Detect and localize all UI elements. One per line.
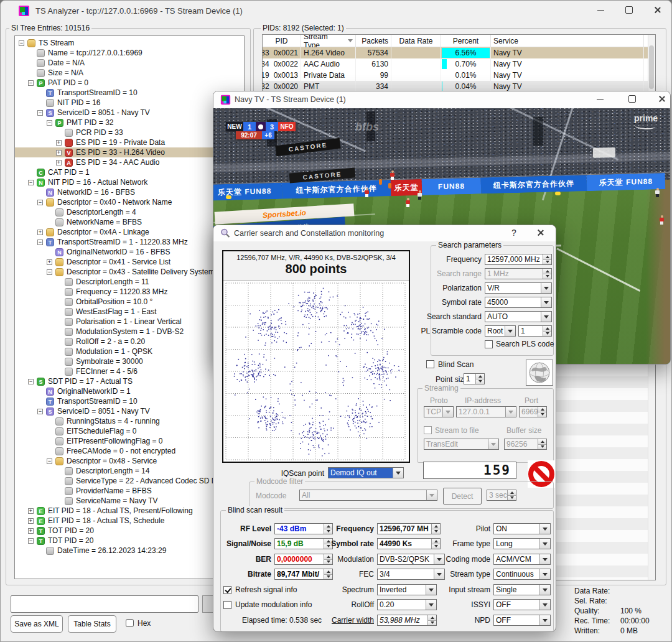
tree-item[interactable]: Name = tcp://127.0.0.1:6969 bbox=[15, 48, 244, 58]
satellite-globe-button[interactable] bbox=[526, 360, 553, 386]
port-spinner[interactable]: 6969 bbox=[519, 406, 547, 417]
scrollbar-thumb[interactable] bbox=[649, 45, 654, 89]
tree-item[interactable]: NOriginalNetworkID = 1 bbox=[15, 386, 244, 396]
tree-item[interactable]: ServiceName = Navy TV bbox=[15, 496, 244, 506]
tree-item[interactable]: −Descriptor = 0x40 - Network Name bbox=[15, 197, 244, 207]
search-standard-combo[interactable]: AUTO bbox=[485, 311, 552, 322]
tree-item[interactable]: +ES PID = 19 - Private Data bbox=[15, 137, 244, 147]
ip-address-combo[interactable]: 127.0.0.1 bbox=[456, 406, 516, 417]
symbol-rate-combo[interactable]: 45000 bbox=[485, 297, 552, 308]
tree-item[interactable]: +EEIT PID = 18 - Actual TS, Schedule bbox=[15, 516, 244, 526]
npd-combo[interactable]: OFF bbox=[493, 615, 551, 626]
save-as-xml-button[interactable]: Save as XML bbox=[11, 615, 63, 633]
tree-item[interactable]: PCR PID = 33 bbox=[15, 128, 244, 137]
hidden-button-sliver[interactable] bbox=[202, 595, 213, 613]
detect-interval-spinner[interactable]: 3 sec bbox=[487, 490, 516, 501]
search-pls-checkbox[interactable] bbox=[485, 340, 493, 348]
tree-item[interactable]: +Descriptor = 0x41 - Service List bbox=[15, 257, 244, 267]
tree-item[interactable]: ProviderName = BFBS bbox=[15, 486, 244, 496]
tree-expander-icon[interactable]: − bbox=[28, 180, 34, 185]
dropdown-arrow-icon[interactable] bbox=[539, 600, 550, 610]
tree-item[interactable]: −TS Stream bbox=[15, 38, 244, 48]
column-header-service[interactable]: Service bbox=[491, 35, 644, 47]
tree-expander-icon[interactable]: − bbox=[47, 458, 52, 464]
dropdown-arrow-icon[interactable] bbox=[539, 569, 550, 579]
tree-item[interactable]: DateTime = 26.12.2023 14:23:29 bbox=[15, 546, 244, 556]
tree-item[interactable]: FECInner = 4 - 5/6 bbox=[15, 366, 244, 376]
tree-expander-icon[interactable]: + bbox=[28, 518, 34, 524]
buffer-size-spinner[interactable]: 96256 bbox=[504, 439, 547, 450]
filter-input[interactable] bbox=[11, 595, 198, 613]
dropdown-arrow-icon[interactable] bbox=[539, 554, 550, 564]
tree-expander-icon[interactable]: + bbox=[37, 230, 43, 235]
dialog-close-button[interactable] bbox=[530, 225, 552, 241]
tree-item[interactable]: Symbolrate = 30000 bbox=[15, 356, 244, 366]
video-minimize-button[interactable] bbox=[587, 91, 613, 108]
tree-expander-icon[interactable]: + bbox=[47, 259, 52, 265]
proto-combo[interactable]: TCP bbox=[424, 406, 454, 417]
tree-item[interactable]: CCAT PID = 1 bbox=[15, 167, 244, 177]
maximize-button[interactable] bbox=[616, 1, 642, 19]
dropdown-arrow-icon[interactable] bbox=[539, 539, 550, 549]
table-row[interactable]: 340x0022AAC Audio61300.70%Navy TV bbox=[263, 58, 649, 70]
detect-button[interactable]: Detect bbox=[443, 488, 482, 505]
update-modulation-checkbox[interactable] bbox=[223, 601, 231, 609]
tree-item[interactable]: −PPAT PID = 0 bbox=[15, 78, 244, 88]
tree-expander-icon[interactable]: + bbox=[28, 528, 34, 534]
pilot-combo[interactable]: ON bbox=[493, 523, 551, 534]
pl-scramble-code-index-spinner[interactable]: 1 bbox=[518, 325, 552, 337]
point-size-spinner[interactable]: 1 bbox=[464, 373, 485, 384]
dropdown-arrow-icon[interactable] bbox=[505, 326, 515, 336]
tree-expander-icon[interactable]: + bbox=[56, 150, 62, 156]
dropdown-arrow-icon[interactable] bbox=[541, 283, 551, 293]
tree-item[interactable]: −Descriptor = 0x48 - Service bbox=[15, 456, 244, 466]
tree-item[interactable]: +AES PID = 34 - AAC Audio bbox=[15, 157, 244, 167]
stream-to-file-checkbox[interactable] bbox=[424, 426, 432, 434]
table-row[interactable]: 330x0021H.264 Video575346.56%Navy TV bbox=[263, 47, 649, 58]
tree-expander-icon[interactable]: − bbox=[47, 120, 52, 126]
si-tree-list[interactable]: −TS StreamName = tcp://127.0.0.1:6969Dat… bbox=[14, 35, 245, 579]
tree-item[interactable]: −SSDT PID = 17 - Actual TS bbox=[15, 376, 244, 386]
tree-expander-icon[interactable]: − bbox=[37, 200, 43, 205]
spinner-arrows-icon[interactable] bbox=[475, 374, 484, 384]
rolloff-combo[interactable]: 0.20 bbox=[377, 599, 437, 610]
column-header-stream-type[interactable]: Stream Type bbox=[301, 35, 356, 47]
spinner-arrows-icon[interactable] bbox=[538, 439, 546, 449]
column-header-pid[interactable]: PID bbox=[263, 35, 301, 47]
column-header-data-rate[interactable]: Data Rate bbox=[391, 35, 441, 47]
tree-item[interactable]: +TTOT PID = 20 bbox=[15, 526, 244, 536]
column-header-packets[interactable]: Packets bbox=[356, 35, 391, 47]
tree-item[interactable]: TTransportStreamID = 10 bbox=[15, 88, 244, 98]
tree-item[interactable]: DescriptorLength = 11 bbox=[15, 277, 244, 287]
spectrum-combo[interactable]: Inverted bbox=[377, 584, 437, 595]
tree-item[interactable]: −Descriptor = 0x43 - Satellite Delivery … bbox=[15, 267, 244, 277]
coding-mode-combo[interactable]: ACM/VCM bbox=[493, 554, 551, 565]
tree-expander-icon[interactable]: − bbox=[47, 269, 52, 275]
blind-scan-checkbox[interactable] bbox=[426, 360, 434, 368]
frame-type-combo[interactable]: Long bbox=[493, 538, 551, 549]
tree-expander-icon[interactable]: − bbox=[28, 538, 34, 544]
tree-item[interactable]: +EEIT PID = 18 - Actual TS, Present/Foll… bbox=[15, 506, 244, 516]
column-header-percent[interactable]: Percent bbox=[441, 35, 491, 47]
tree-item[interactable]: NOriginalNetworkID = 16 - BFBS bbox=[15, 247, 244, 257]
issyi-combo[interactable]: OFF bbox=[493, 599, 551, 610]
tree-item[interactable]: Frequency = 11220.83 MHz bbox=[15, 287, 244, 297]
iqscan-combo[interactable]: Demod IQ out bbox=[328, 467, 404, 478]
tree-item[interactable]: NetworkName = BFBS bbox=[15, 217, 244, 227]
dropdown-arrow-icon[interactable] bbox=[539, 615, 550, 625]
hex-checkbox[interactable] bbox=[126, 619, 134, 627]
tree-item[interactable]: Date = N/A bbox=[15, 58, 244, 68]
input-stream-combo[interactable]: Single bbox=[493, 584, 551, 595]
modcode-combo[interactable]: All bbox=[299, 490, 437, 501]
dropdown-arrow-icon[interactable] bbox=[539, 585, 550, 595]
spinner-arrows-icon[interactable] bbox=[543, 269, 551, 279]
tree-item[interactable]: DescriptorLength = 4 bbox=[15, 207, 244, 217]
spinner-arrows-icon[interactable] bbox=[543, 254, 551, 264]
tree-expander-icon[interactable]: + bbox=[56, 140, 62, 146]
dropdown-arrow-icon[interactable] bbox=[539, 524, 550, 534]
stream-type-combo[interactable]: Continuous bbox=[493, 569, 551, 580]
tree-item[interactable]: −TTDT PID = 20 bbox=[15, 536, 244, 546]
dropdown-arrow-icon[interactable] bbox=[488, 439, 498, 449]
tree-item[interactable]: +VES PID = 33 - H.264 Video bbox=[15, 147, 244, 157]
spinner-arrows-icon[interactable] bbox=[543, 326, 551, 336]
